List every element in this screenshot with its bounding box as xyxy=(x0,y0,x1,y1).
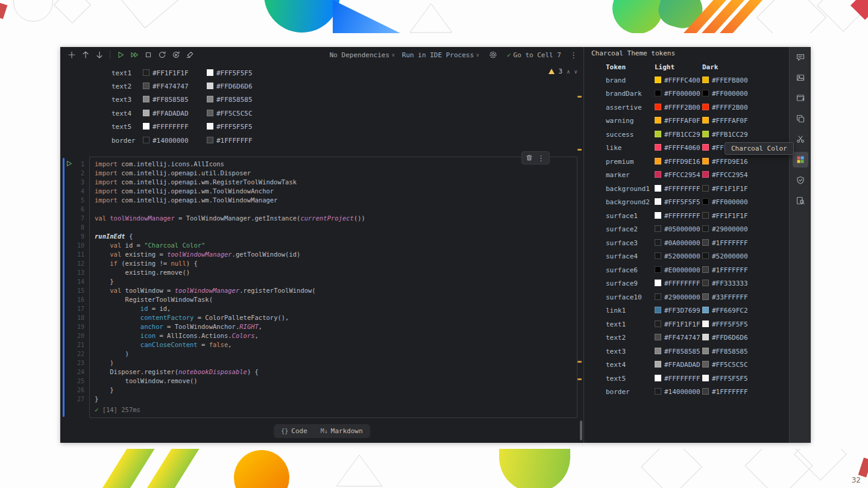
token-row[interactable]: text3#FF858585#FF858585 xyxy=(584,345,789,358)
collapse-up-icon[interactable]: ∧ xyxy=(567,69,570,75)
color-value: #FFADADAD xyxy=(143,110,207,117)
go-to-cell-button[interactable]: ✓ Go to Cell 7 xyxy=(507,51,561,59)
decor-outline-triangle xyxy=(335,454,383,487)
go-to-cell-label: Go to Cell 7 xyxy=(514,51,561,59)
add-cell-button[interactable] xyxy=(65,48,78,61)
token-name: text3 xyxy=(112,96,143,104)
cell-kebab-icon[interactable]: ⋮ xyxy=(536,154,546,163)
collapse-down-icon[interactable]: ∨ xyxy=(574,69,577,75)
color-swatch xyxy=(207,96,213,102)
code-editor[interactable]: import com.intellij.icons.AllIconsimport… xyxy=(89,157,577,418)
code-line[interactable]: anchor = ToolWindowAnchor.RIGHT, xyxy=(95,322,572,331)
code-line[interactable]: } xyxy=(95,277,572,286)
token-row[interactable]: background1#FFFFFFFF#FF1F1F1F xyxy=(584,182,789,196)
token-row[interactable]: surface10#29000000#33FFFFFF xyxy=(584,290,789,304)
token-row[interactable]: surface2#05000000#29000000 xyxy=(584,223,789,237)
token-row[interactable]: surface3#0A000000#1FFFFFFF xyxy=(584,236,789,250)
code-line[interactable]: import com.intellij.openapi.wm.ToolWindo… xyxy=(95,196,572,205)
token-row[interactable]: warning#FFFFAF0F#FFFFAF0F xyxy=(584,114,789,128)
code-line[interactable]: runInEdt { xyxy=(95,232,572,241)
token-row[interactable]: link1#FF3D7699#FF669FC2 xyxy=(584,304,789,318)
line-number: 16 xyxy=(63,295,84,304)
code-line[interactable]: icon = AllIcons.Actions.Colors, xyxy=(95,331,572,340)
token-row[interactable]: background2#FFF5F5F5#FF000000 xyxy=(584,196,789,210)
token-row[interactable]: text4#FFADADAD#FF5C5C5C xyxy=(584,358,789,372)
line-number: 20 xyxy=(63,331,84,340)
code-line[interactable]: val toolWindowManager = ToolWindowManage… xyxy=(95,214,572,223)
code-line[interactable]: ) xyxy=(95,358,572,368)
run-cell-button[interactable] xyxy=(114,48,127,61)
ai-assistant-icon[interactable] xyxy=(793,49,808,65)
move-cell-up-button[interactable] xyxy=(79,48,92,61)
color-value: #FFFF4060 xyxy=(655,144,702,152)
code-line[interactable]: existing.remove() xyxy=(95,268,572,277)
add-markdown-label: Markdown xyxy=(331,427,363,435)
delete-cell-button[interactable] xyxy=(525,154,533,162)
image-icon[interactable] xyxy=(793,70,808,86)
token-row[interactable]: border#14000000#1FFFFFFF xyxy=(584,386,789,399)
line-number: 18 xyxy=(63,313,84,322)
token-row[interactable]: surface1#FFFFFFFF#FF1F1F1F xyxy=(584,209,789,223)
token-row[interactable]: text5#FFFFFFFF#FFF5F5F5 xyxy=(584,372,789,386)
run-all-button[interactable] xyxy=(128,48,141,61)
code-line[interactable]: if (existing != null) { xyxy=(95,259,572,268)
token-row[interactable]: text2#FF474747#FFD6D6D6 xyxy=(584,331,789,345)
token-row[interactable]: marker#FFCC2954#FFCC2954 xyxy=(584,169,789,183)
code-line[interactable]: } xyxy=(95,386,572,395)
code-line[interactable]: val id = "Charcoal Color" xyxy=(95,241,572,250)
warning-badge[interactable]: 3 ∧ ∨ xyxy=(549,67,577,75)
panel-title: Charcoal Theme tokens xyxy=(584,47,789,60)
restart-and-run-button[interactable] xyxy=(169,48,183,61)
token-row[interactable]: brand#FFFFC400#FFEFB800 xyxy=(584,74,789,87)
code-line[interactable] xyxy=(95,223,572,232)
code-line[interactable]: canCloseContent = false, xyxy=(95,340,572,349)
line-number: 15 xyxy=(63,286,84,295)
code-line[interactable]: contentFactory = ColorPalleteFactory(), xyxy=(95,313,572,322)
code-line[interactable]: val existing = toolWindowManager.getTool… xyxy=(95,250,572,259)
token-row[interactable]: success#FFB1CC29#FFB1CC29 xyxy=(584,128,789,142)
new-window-icon[interactable] xyxy=(793,90,808,106)
output-row: text3#FF858585#FF858585 xyxy=(112,93,583,107)
color-swatch xyxy=(655,225,661,232)
code-line[interactable]: Disposer.register(notebookDisposable) { xyxy=(95,368,572,377)
run-process-dropdown[interactable]: Run in IDE Process ∨ xyxy=(402,51,479,59)
color-swatch xyxy=(655,348,661,354)
kebab-menu-icon[interactable]: ⋮ xyxy=(568,51,579,60)
code-line[interactable]: ) xyxy=(95,349,572,358)
find-in-files-icon[interactable] xyxy=(793,193,808,208)
add-markdown-cell-button[interactable]: M↓ Markdown xyxy=(315,425,369,437)
settings-gear-button[interactable] xyxy=(486,48,500,61)
token-row[interactable]: surface4#52000000#52000000 xyxy=(584,250,789,264)
code-line[interactable]: import com.intellij.icons.AllIcons xyxy=(95,160,572,169)
token-row[interactable]: surface6#E0000000#1FFFFFFF xyxy=(584,263,789,277)
token-row[interactable]: surface9#FFFFFFFF#FF333333 xyxy=(584,277,789,291)
color-palette-icon[interactable] xyxy=(793,152,808,167)
move-cell-down-button[interactable] xyxy=(93,48,106,61)
clear-outputs-button[interactable] xyxy=(183,48,197,61)
code-line[interactable]: } xyxy=(95,395,572,404)
token-row[interactable]: brandDark#FF000000#FF000000 xyxy=(584,87,789,101)
code-line[interactable] xyxy=(95,205,572,214)
shield-icon[interactable] xyxy=(793,172,808,188)
token-row[interactable]: premium#FFFD9E16#FFFD9E16 xyxy=(584,155,789,169)
copy-icon[interactable] xyxy=(793,111,808,127)
code-line[interactable]: toolWindow.remove() xyxy=(95,377,572,386)
token-row[interactable]: text1#FF1F1F1F#FFF5F5F5 xyxy=(584,318,789,331)
color-swatch xyxy=(655,266,661,273)
color-swatch xyxy=(207,69,213,76)
token-row[interactable]: assertive#FFFF2B00#FFFF2B00 xyxy=(584,101,789,114)
line-number: 7 xyxy=(63,214,84,223)
stop-button[interactable] xyxy=(142,48,155,61)
code-line[interactable]: val toolWindow = toolWindowManager.regis… xyxy=(95,286,572,295)
code-line[interactable]: RegisterToolWindowTask( xyxy=(95,295,572,304)
scrollbar-thumb[interactable] xyxy=(580,421,582,440)
add-code-cell-button[interactable]: {} Code xyxy=(275,425,313,437)
code-line[interactable]: import com.intellij.openapi.util.Dispose… xyxy=(95,169,572,178)
scissors-icon[interactable] xyxy=(793,131,808,147)
decor-orange-circle xyxy=(234,450,289,488)
code-line[interactable]: import com.intellij.openapi.wm.RegisterT… xyxy=(95,178,572,187)
restart-kernel-button[interactable] xyxy=(156,48,169,61)
code-line[interactable]: import com.intellij.openapi.wm.ToolWindo… xyxy=(95,187,572,196)
dependencies-dropdown[interactable]: No Dependencies ∨ xyxy=(330,51,395,59)
code-line[interactable]: id = id, xyxy=(95,304,572,313)
